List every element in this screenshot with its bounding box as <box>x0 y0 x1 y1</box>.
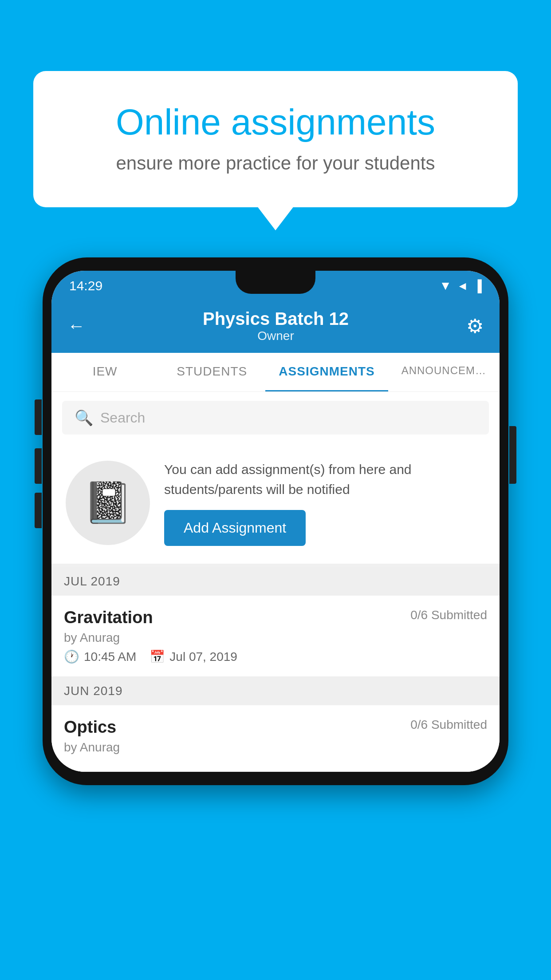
back-button[interactable]: ← <box>67 316 85 336</box>
phone-mockup: 14:29 ▼ ◄ ▐ ← Physics Batch 12 Owner ⚙ I… <box>43 257 508 785</box>
assignment-meta-gravitation: 🕐 10:45 AM 📅 Jul 07, 2019 <box>64 649 487 664</box>
bubble-title: Online assignments <box>69 102 482 142</box>
calendar-icon: 📅 <box>150 649 165 664</box>
meta-date-gravitation: 📅 Jul 07, 2019 <box>150 649 237 664</box>
app-header: ← Physics Batch 12 Owner ⚙ <box>51 301 500 353</box>
batch-title: Physics Batch 12 <box>203 309 349 329</box>
add-assignment-button[interactable]: Add Assignment <box>164 510 306 546</box>
search-placeholder: Search <box>100 410 145 426</box>
meta-time-gravitation: 🕐 10:45 AM <box>64 649 136 664</box>
speech-bubble-container: Online assignments ensure more practice … <box>33 71 518 207</box>
search-bar[interactable]: 🔍 Search <box>62 401 489 435</box>
assignment-submitted-gravitation: 0/6 Submitted <box>410 608 487 622</box>
assignment-name-optics: Optics <box>64 718 116 737</box>
promo-content: You can add assignment(s) from here and … <box>164 459 485 546</box>
gear-icon[interactable]: ⚙ <box>466 315 484 337</box>
bubble-subtitle: ensure more practice for your students <box>69 153 482 174</box>
search-icon: 🔍 <box>75 409 93 427</box>
status-time: 14:29 <box>69 278 102 293</box>
time-label-gravitation: 10:45 AM <box>84 650 136 664</box>
tab-assignments[interactable]: ASSIGNMENTS <box>265 353 388 391</box>
assignment-by-optics: by Anurag <box>64 740 487 755</box>
notebook-icon: 📓 <box>83 479 133 526</box>
assignment-name-gravitation: Gravitation <box>64 608 153 627</box>
promo-text: You can add assignment(s) from here and … <box>164 459 485 499</box>
add-promo-section: 📓 You can add assignment(s) from here an… <box>51 443 500 567</box>
notch <box>236 271 315 294</box>
assignment-gravitation[interactable]: Gravitation 0/6 Submitted by Anurag 🕐 10… <box>51 596 500 677</box>
assignment-top-optics: Optics 0/6 Submitted <box>64 718 487 737</box>
section-jun-2019: JUN 2019 <box>51 677 500 705</box>
clock-icon: 🕐 <box>64 649 79 664</box>
speech-bubble: Online assignments ensure more practice … <box>33 71 518 207</box>
tabs-bar: IEW STUDENTS ASSIGNMENTS ANNOUNCEM… <box>51 353 500 392</box>
section-jul-2019: JUL 2019 <box>51 567 500 596</box>
tab-students[interactable]: STUDENTS <box>158 353 265 391</box>
signal-icon: ◄ <box>457 279 468 293</box>
status-icons: ▼ ◄ ▐ <box>439 279 482 293</box>
section-jul-label: JUL 2019 <box>64 574 120 588</box>
phone-screen: 14:29 ▼ ◄ ▐ ← Physics Batch 12 Owner ⚙ I… <box>51 271 500 772</box>
status-bar: 14:29 ▼ ◄ ▐ <box>51 271 500 301</box>
phone-body: 14:29 ▼ ◄ ▐ ← Physics Batch 12 Owner ⚙ I… <box>43 257 508 785</box>
assignment-top-gravitation: Gravitation 0/6 Submitted <box>64 608 487 627</box>
wifi-icon: ▼ <box>439 279 452 293</box>
assignment-optics[interactable]: Optics 0/6 Submitted by Anurag <box>51 705 500 772</box>
battery-icon: ▐ <box>474 279 482 293</box>
assignment-by-gravitation: by Anurag <box>64 631 487 645</box>
batch-subtitle: Owner <box>203 329 349 343</box>
date-label-gravitation: Jul 07, 2019 <box>169 650 237 664</box>
tab-iew[interactable]: IEW <box>51 353 158 391</box>
tab-announcements[interactable]: ANNOUNCEM… <box>388 353 500 391</box>
assignment-submitted-optics: 0/6 Submitted <box>410 718 487 732</box>
promo-icon-circle: 📓 <box>66 461 150 545</box>
section-jun-label: JUN 2019 <box>64 684 123 698</box>
search-container: 🔍 Search <box>51 392 500 443</box>
header-center: Physics Batch 12 Owner <box>203 309 349 343</box>
